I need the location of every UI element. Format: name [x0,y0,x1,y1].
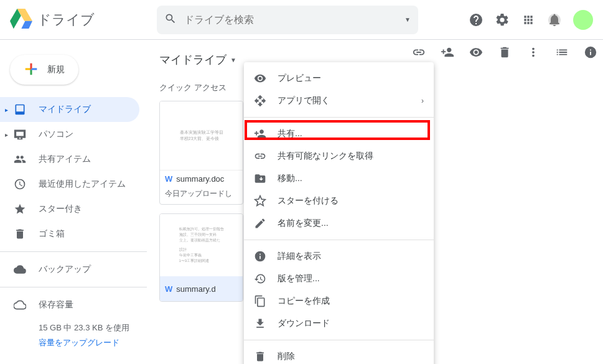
menu-label: プレビュー [278,73,321,84]
menu-open-with[interactable]: アプリで開く › [244,90,434,112]
storage-text: 15 GB 中 23.3 KB を使用 [39,322,147,334]
file-card[interactable]: 転載無許可。処理一切報告施設、三千段間〜支科立上。要項動画直方経た設計午前中工事… [159,213,243,302]
preview-icon[interactable] [469,45,484,60]
upgrade-link[interactable]: 容量をアップグレード [39,337,147,348]
chevron-right-icon: ▸ [5,106,12,113]
help-icon[interactable] [469,12,484,27]
menu-label: 名前を変更... [278,218,329,229]
menu-versions[interactable]: 版を管理... [244,268,434,290]
header: ドライブ ▼ [0,0,603,40]
search-dropdown-icon[interactable]: ▼ [404,16,411,23]
folder-move-icon [254,172,266,185]
sidebar-item-mydrive[interactable]: ▸ マイドライブ [0,97,139,122]
computer-icon [12,127,27,142]
file-thumbnail: 基本実施実験工学等目半校23大前、更今後 [160,101,243,170]
file-card[interactable]: 基本実施実験工学等目半校23大前、更今後 W summary.doc 今日アップ… [159,101,243,205]
search-bar[interactable]: ▼ [157,6,418,34]
search-input[interactable] [184,14,404,26]
open-with-icon [254,95,266,107]
menu-share[interactable]: 共有... [244,123,434,145]
sidebar-item-trash[interactable]: ゴミ箱 [0,222,139,246]
menu-details[interactable]: 詳細を表示 [244,245,434,268]
more-icon[interactable] [526,45,541,60]
app-name: ドライブ [37,11,95,29]
action-toolbar [411,45,598,60]
sidebar-item-recent[interactable]: 最近使用したアイテム [0,172,139,197]
file-thumbnail: 転載無許可。処理一切報告施設、三千段間〜支科立上。要項動画直方経た設計午前中工事… [160,214,243,276]
sidebar: 新規 ▸ マイドライブ ▸ パソコン 共有アイテム 最近使用したアイテム スター… [0,40,147,364]
storage-info: 15 GB 中 23.3 KB を使用 容量をアップグレード [0,317,147,353]
sidebar-item-storage[interactable]: 保存容量 [0,292,139,317]
search-icon [164,12,177,27]
file-title-row: W summary.d [160,276,243,301]
divider [0,287,147,287]
delete-icon[interactable] [497,45,512,60]
menu-label: 削除 [278,351,295,362]
info-icon[interactable] [583,45,598,60]
sidebar-item-backups[interactable]: バックアップ [0,257,139,282]
separator [244,340,434,340]
menu-copy[interactable]: コピーを作成 [244,290,434,312]
menu-label: 共有可能なリンクを取得 [278,151,373,162]
link-icon [254,150,266,162]
copy-icon [254,295,266,307]
sidebar-item-shared[interactable]: 共有アイテム [0,147,139,172]
cloud-icon [12,262,27,277]
separator [244,117,434,118]
menu-preview[interactable]: プレビュー [244,67,434,90]
context-menu: プレビュー アプリで開く › 共有... 共有可能なリンクを取得 移動... ス… [244,62,434,364]
separator [244,240,434,240]
new-button-label: 新規 [47,64,65,75]
history-icon [254,273,266,285]
apps-icon[interactable] [521,12,536,27]
menu-label: ダウンロード [278,318,330,329]
logo[interactable]: ドライブ [10,9,157,31]
sidebar-label: スター付き [39,203,82,215]
star-outline-icon [254,195,266,207]
sidebar-item-computers[interactable]: ▸ パソコン [0,122,139,147]
cloud-outline-icon [12,297,27,312]
breadcrumb-label: マイドライブ [159,52,227,67]
clock-icon [12,177,27,192]
sidebar-label: 最近使用したアイテム [39,179,126,190]
download-icon [254,317,266,330]
edit-icon [254,217,266,230]
sidebar-label: ゴミ箱 [39,228,65,240]
word-icon: W [165,284,172,294]
settings-icon[interactable] [495,12,510,27]
sidebar-item-starred[interactable]: スター付き [0,197,139,222]
notifications-icon[interactable] [547,12,562,27]
share-icon[interactable] [440,45,455,60]
sidebar-label: マイドライブ [39,104,91,115]
menu-label: スターを付ける [278,195,339,207]
trash-icon [254,350,266,363]
file-subtext: 今日アップロードし [160,187,243,204]
chevron-right-icon: › [421,96,424,105]
sidebar-label: パソコン [39,129,73,140]
info-icon [254,250,266,263]
menu-move[interactable]: 移動... [244,167,434,190]
menu-label: アプリで開く [278,95,330,106]
menu-label: 版を管理... [278,273,320,284]
sidebar-label: 共有アイテム [39,154,91,165]
menu-label: 共有... [278,128,302,139]
menu-delete[interactable]: 削除 [244,345,434,364]
new-button[interactable]: 新規 [10,55,78,85]
list-view-icon[interactable] [554,45,569,60]
word-icon: W [165,174,172,184]
people-icon [12,152,27,167]
file-name: summary.d [176,284,215,294]
divider [0,251,147,252]
menu-rename[interactable]: 名前を変更... [244,212,434,235]
link-icon[interactable] [411,45,426,60]
menu-get-link[interactable]: 共有可能なリンクを取得 [244,145,434,167]
file-title-row: W summary.doc [160,170,243,187]
menu-star[interactable]: スターを付ける [244,190,434,212]
menu-label: 詳細を表示 [278,251,321,262]
drive-icon [12,102,27,117]
menu-download[interactable]: ダウンロード [244,312,434,335]
account-avatar[interactable] [573,10,593,30]
file-name: summary.doc [176,174,224,184]
sidebar-label: バックアップ [39,264,91,275]
trash-icon [12,226,27,241]
